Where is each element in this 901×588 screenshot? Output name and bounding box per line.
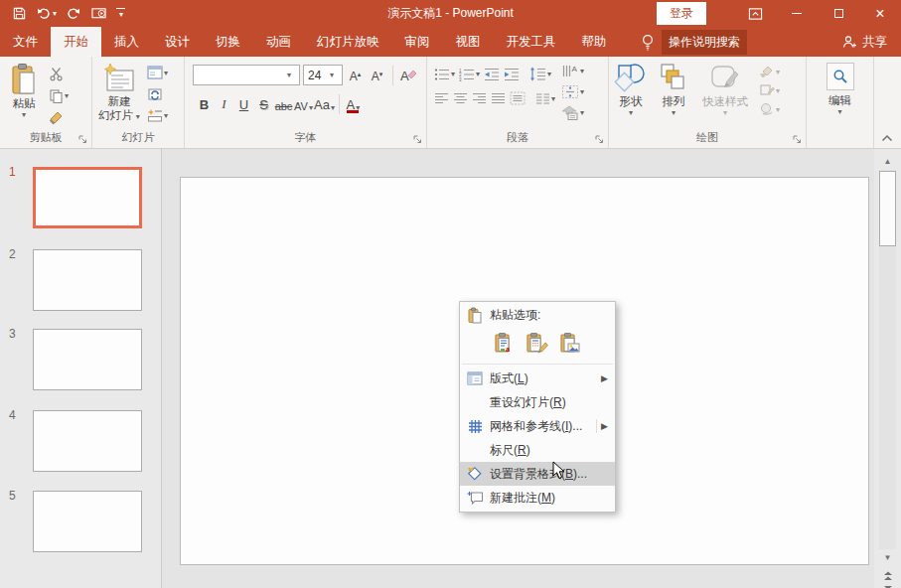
drawing-side-buttons: ▾ ▾ ▾ (758, 57, 781, 148)
columns-button[interactable]: ▾ (534, 91, 556, 106)
paste-keep-source-formatting-button[interactable] (525, 330, 550, 356)
tab-review[interactable]: 审阅 (392, 27, 443, 57)
decrease-indent-button[interactable] (483, 67, 501, 82)
font-group-label: 字体 (185, 130, 426, 145)
signin-button[interactable]: 登录 (657, 2, 706, 25)
font-separator-1 (392, 66, 393, 85)
clipboard-dialog-launcher[interactable] (78, 135, 87, 144)
align-center-button[interactable] (452, 91, 469, 106)
format-painter-button[interactable] (48, 109, 70, 126)
ribbon-display-options-button[interactable] (734, 0, 776, 27)
text-direction-button[interactable]: A ▾ (560, 63, 585, 79)
increase-indent-button[interactable] (503, 67, 521, 82)
shapes-button[interactable]: 形状 ▾ (609, 57, 653, 148)
tab-animations[interactable]: 动画 (253, 27, 304, 57)
text-shadow-button[interactable]: S (254, 94, 273, 114)
reset-slide-button[interactable] (146, 85, 169, 102)
tab-insert[interactable]: 插入 (101, 27, 152, 57)
paste-use-destination-theme-button[interactable]: a (492, 330, 518, 356)
convert-smartart-button[interactable]: ▾ (560, 104, 585, 121)
justify-button[interactable] (490, 91, 507, 106)
format-background-menu-icon (460, 466, 490, 482)
menu-item-grid-and-guides[interactable]: 网格和参考线(I)... ▶ (460, 414, 615, 438)
numbering-button[interactable]: 123 ▾ (458, 67, 481, 82)
slide-4-thumbnail[interactable] (33, 410, 142, 472)
menu-item-ruler[interactable]: 标尺(R) (460, 438, 615, 462)
align-left-icon (434, 92, 449, 105)
collapse-ribbon-button[interactable] (881, 134, 893, 142)
previous-slide-button[interactable] (879, 569, 896, 582)
slide-3-thumbnail[interactable] (33, 329, 142, 390)
menu-item-layout[interactable]: 版式(L) ▶ (460, 367, 615, 390)
font-name-dropdown-arrow[interactable]: ▾ (287, 72, 291, 79)
menu-item-new-comment[interactable]: 新建批注(M) (460, 486, 615, 510)
clear-formatting-button[interactable]: A (399, 66, 418, 85)
tab-developer[interactable]: 开发工具 (494, 27, 569, 57)
save-button[interactable] (12, 6, 27, 21)
new-slide-button[interactable]: 新建 幻灯片 ▾ (92, 57, 146, 148)
tab-help[interactable]: 帮助 (569, 27, 620, 57)
cut-button[interactable] (48, 66, 70, 82)
align-right-button[interactable] (471, 91, 488, 106)
align-text-button[interactable]: ▾ (560, 83, 585, 100)
start-slideshow-button[interactable] (90, 6, 107, 21)
paste-as-picture-button[interactable] (557, 330, 583, 356)
paragraph-dialog-launcher[interactable] (595, 135, 604, 144)
tab-design[interactable]: 设计 (152, 27, 203, 57)
editing-button[interactable]: 编辑 ▾ (826, 57, 854, 148)
font-color-button[interactable]: A▾ (344, 94, 363, 114)
font-size-input[interactable] (304, 67, 328, 83)
bullets-button[interactable]: ▾ (433, 67, 456, 82)
next-slide-button[interactable] (879, 583, 896, 588)
customize-qat-button[interactable]: ▾ (116, 8, 125, 19)
font-size-combo[interactable]: ▾ (303, 65, 343, 85)
close-button[interactable]: × (859, 0, 901, 27)
align-left-button[interactable] (433, 91, 450, 106)
font-dialog-launcher[interactable] (413, 135, 422, 144)
paste-button[interactable]: 粘贴 ▾ (0, 57, 48, 148)
tab-file[interactable]: 文件 (0, 27, 51, 57)
menu-item-reset-slide[interactable]: 重设幻灯片(R) (460, 390, 615, 414)
tab-home[interactable]: 开始 (51, 27, 101, 57)
strikethrough-button[interactable]: abc (274, 94, 293, 114)
font-size-dropdown-arrow[interactable]: ▾ (330, 72, 334, 79)
font-name-combo[interactable]: ▾ (193, 65, 300, 85)
arrange-button[interactable]: 排列 ▾ (653, 57, 694, 148)
section-button[interactable]: ▾ (146, 107, 169, 123)
copy-button[interactable]: ▾ (48, 87, 70, 104)
shape-effects-button[interactable]: ▾ (758, 101, 781, 117)
minimize-button[interactable] (776, 0, 818, 27)
quick-styles-button[interactable]: 快速样式 ▾ (694, 57, 756, 148)
change-case-button[interactable]: Aa▾ (314, 94, 335, 114)
italic-button[interactable]: I (215, 94, 233, 114)
share-button[interactable]: 共享 (842, 34, 887, 51)
clipboard-small-buttons: ▾ (48, 57, 70, 148)
line-spacing-button[interactable]: ▾ (528, 66, 552, 82)
distribute-text-button[interactable] (509, 90, 526, 106)
scroll-down-button[interactable]: ▼ (879, 549, 896, 566)
drawing-dialog-launcher[interactable] (793, 135, 802, 144)
slide-5-thumbnail[interactable] (33, 491, 142, 552)
redo-button[interactable] (66, 6, 81, 21)
underline-button[interactable]: U (234, 94, 253, 114)
shape-outline-button[interactable]: ▾ (758, 82, 781, 98)
scroll-up-button[interactable]: ▲ (879, 153, 896, 170)
decrease-font-size-button[interactable]: A▾ (368, 66, 386, 85)
slide-2-thumbnail[interactable] (33, 249, 142, 311)
undo-button[interactable]: ▾ (36, 6, 57, 21)
increase-font-size-button[interactable]: A▴ (346, 66, 365, 85)
maximize-button[interactable] (818, 0, 859, 27)
tell-me-search-box[interactable]: 操作说明搜索 (662, 30, 747, 55)
bold-button[interactable]: B (195, 94, 214, 114)
layout-button[interactable]: ▾ (146, 65, 169, 80)
menu-item-format-background[interactable]: 设置背景格式(B)... (460, 462, 615, 486)
font-name-input[interactable] (194, 67, 285, 83)
tab-slideshow[interactable]: 幻灯片放映 (304, 27, 392, 57)
tab-view[interactable]: 视图 (443, 27, 494, 57)
undo-dropdown-arrow[interactable]: ▾ (53, 9, 57, 18)
character-spacing-button[interactable]: AV▾ (294, 94, 313, 114)
tab-transitions[interactable]: 切换 (203, 27, 253, 57)
shape-fill-button[interactable]: ▾ (758, 64, 781, 79)
slide-1-thumbnail[interactable] (33, 167, 142, 228)
scrollbar-thumb[interactable] (879, 171, 896, 246)
